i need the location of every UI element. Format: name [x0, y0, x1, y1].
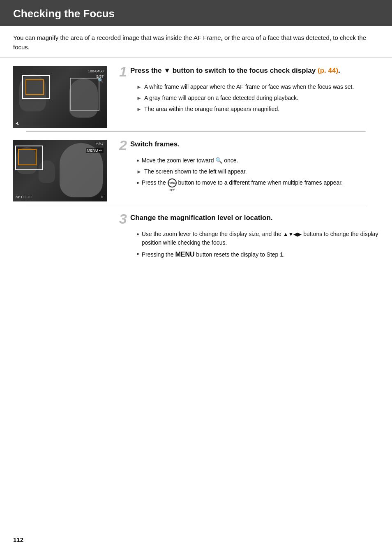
bullet-2-1: ● Move the zoom lever toward 🔍 once. [136, 156, 379, 165]
arrow-icon-3: ► [136, 105, 142, 113]
bullet-1-2-text: A gray frame will appear on a face detec… [144, 94, 298, 102]
af-frame-orange [25, 79, 44, 95]
step-2-header: 2 Switch frames. [119, 140, 379, 152]
content-area: 100-04505/57 🔍 ▪L 1 Press the ▼ button t… [0, 66, 392, 262]
bullet-2-1-text: Move the zoom lever toward 🔍 once. [142, 156, 238, 165]
page-title: Checking the Focus [13, 7, 379, 20]
step-1-bullets: ► A white frame will appear where the AF… [136, 83, 379, 113]
cam2-frame-orange [18, 149, 37, 165]
circle-icon-2: ● [136, 179, 139, 186]
bullet-2-2-text: The screen shown to the left will appear… [144, 167, 247, 176]
step-1: 100-04505/57 🔍 ▪L 1 Press the ▼ button t… [13, 66, 379, 128]
step-2-title: Switch frames. [130, 140, 180, 149]
arrow-icon-4: ► [136, 168, 142, 176]
step-2-bullets: ● Move the zoom lever toward 🔍 once. ► T… [136, 156, 379, 187]
divider-1 [26, 131, 366, 132]
bullet-2-3-text: Press the FUNCSET button to move to a di… [142, 178, 343, 187]
circle-icon-1: ● [136, 157, 139, 164]
circle-icon-4: ● [136, 250, 139, 257]
bullet-3-1: ● Use the zoom lever to change the displ… [136, 230, 379, 247]
step-1-link: (p. 44) [318, 67, 338, 74]
bullet-1-3-text: The area within the orange frame appears… [144, 105, 279, 113]
cam2-menu-label: MENU ↩ [86, 148, 104, 153]
step-3-text: 3 Change the magnification level or loca… [119, 213, 379, 262]
bullet-3-2: ● Pressing the MENU button resets the di… [136, 250, 379, 259]
step-2-image: 5/57 MENU ↩ SET □→□ ▪L [13, 140, 112, 201]
af-frame-gray [70, 78, 99, 111]
circle-icon-3: ● [136, 231, 139, 238]
bullet-2-3: ● Press the FUNCSET button to move to a … [136, 178, 379, 187]
func-set-button: FUNCSET [168, 178, 177, 187]
cam2-set-label: SET □→□ [16, 195, 32, 199]
bullet-2-2: ► The screen shown to the left will appe… [136, 167, 379, 176]
page-number: 112 [13, 536, 23, 543]
menu-label: MENU [175, 251, 194, 258]
step-2-text: 2 Switch frames. ● Move the zoom lever t… [119, 140, 379, 190]
step-3-header: 3 Change the magnification level or loca… [119, 213, 379, 226]
step-3: 3 Change the magnification level or loca… [13, 213, 379, 262]
arrow-icon-1: ► [136, 83, 142, 91]
bullet-1-1-text: A white frame will appear where the AF f… [144, 83, 354, 91]
bullet-1-1: ► A white frame will appear where the AF… [136, 83, 379, 91]
bullet-1-3: ► The area within the orange frame appea… [136, 105, 379, 113]
camera-screenshot-2: 5/57 MENU ↩ SET □→□ ▪L [13, 140, 107, 201]
divider-2 [26, 205, 366, 205]
step-1-text: 1 Press the ▼ button to switch to the fo… [119, 66, 379, 116]
page: Checking the Focus You can magnify the a… [0, 0, 392, 553]
step-3-title: Change the magnification level or locati… [130, 213, 273, 223]
step-2: 5/57 MENU ↩ SET □→□ ▪L 2 Switch frames. … [13, 140, 379, 201]
bullet-3-1-text: Use the zoom lever to change the display… [142, 230, 379, 247]
bullet-3-2-text: Pressing the MENU button resets the disp… [142, 250, 285, 259]
cam1-zoom-icon: 🔍 [98, 78, 104, 83]
intro-text: You can magnify the area of a recorded i… [0, 33, 392, 58]
step-1-header: 1 Press the ▼ button to switch to the fo… [119, 66, 379, 79]
page-header: Checking the Focus [0, 0, 392, 26]
step-1-title: Press the ▼ button to switch to the focu… [130, 66, 340, 76]
camera-screenshot-1: 100-04505/57 🔍 ▪L [13, 66, 107, 128]
cam2-counter: 5/57 [96, 142, 104, 146]
arrow-icon-2: ► [136, 94, 142, 102]
step-1-number: 1 [119, 65, 127, 79]
cam1-bottom-left: ▪L [16, 121, 19, 125]
step-1-image: 100-04505/57 🔍 ▪L [13, 66, 112, 128]
cam2-bottom-right: ▪L [101, 195, 104, 199]
step-3-bullets: ● Use the zoom lever to change the displ… [136, 230, 379, 259]
step-2-number: 2 [119, 138, 127, 152]
bullet-1-2: ► A gray frame will appear on a face det… [136, 94, 379, 102]
step-3-number: 3 [119, 212, 127, 226]
arrow-buttons: ▲▼◀▶ [283, 231, 302, 237]
